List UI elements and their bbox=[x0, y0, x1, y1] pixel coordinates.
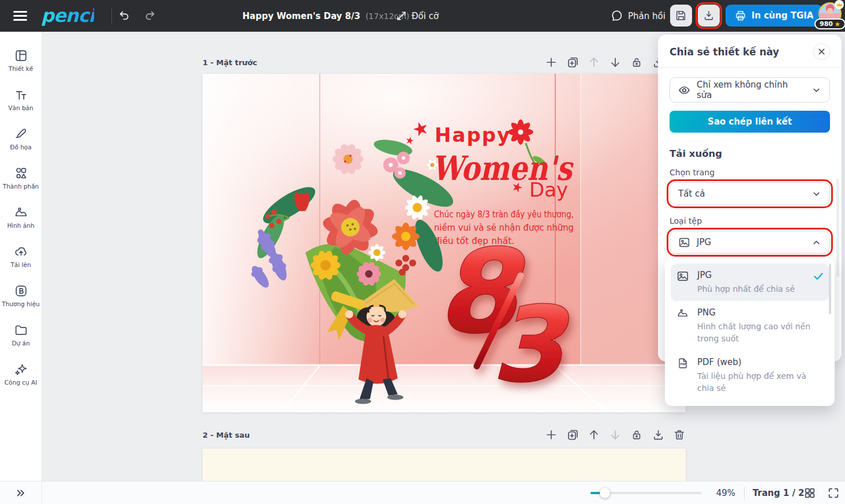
move-page-down-button[interactable] bbox=[608, 428, 622, 442]
print-with-tgia-button[interactable]: In cùng TGIA bbox=[726, 5, 822, 27]
delete-page-button[interactable] bbox=[672, 428, 686, 442]
copy-link-button[interactable]: Sao chép liên kết bbox=[670, 111, 830, 133]
zoom-percentage[interactable]: 49% bbox=[709, 488, 735, 498]
zoom-slider-handle[interactable] bbox=[600, 488, 610, 498]
zoom-slider[interactable] bbox=[590, 492, 701, 494]
fullscreen-icon bbox=[827, 487, 840, 499]
dropdown-scrollbar[interactable] bbox=[829, 264, 831, 314]
panel-scrollbar[interactable] bbox=[836, 179, 839, 277]
chevron-up-icon bbox=[812, 238, 821, 247]
file-type-select[interactable]: JPG bbox=[670, 231, 830, 254]
duplicate-icon bbox=[566, 428, 579, 442]
close-panel-button[interactable] bbox=[813, 43, 830, 60]
design-page-2[interactable] bbox=[203, 449, 686, 481]
duplicate-icon bbox=[566, 55, 579, 69]
sidebar-item-uploads[interactable]: Tải lên bbox=[0, 237, 42, 276]
sidebar-item-design[interactable]: Thiết kế bbox=[0, 41, 42, 80]
image-icon bbox=[14, 205, 28, 220]
upload-cloud-icon bbox=[14, 245, 28, 259]
brush-icon bbox=[14, 127, 28, 141]
close-icon bbox=[818, 48, 825, 55]
sidebar-item-projects[interactable]: Dự án bbox=[0, 315, 42, 355]
fullscreen-button[interactable] bbox=[827, 487, 840, 499]
undo-icon bbox=[118, 9, 131, 22]
choose-page-label: Chọn trang bbox=[670, 168, 830, 177]
divider bbox=[744, 487, 745, 499]
undo-button[interactable] bbox=[117, 8, 132, 23]
arrow-up-icon bbox=[587, 428, 601, 442]
account-avatar[interactable]: 980 bbox=[818, 2, 842, 25]
page-1-label[interactable]: 1 - Mặt trước bbox=[203, 58, 257, 67]
move-page-up-button[interactable] bbox=[587, 55, 601, 69]
check-icon bbox=[813, 270, 824, 282]
bottom-bar: 49% Trang 1 / 2 bbox=[0, 481, 845, 504]
permission-select[interactable]: Chỉ xem không chỉnh sửa bbox=[670, 77, 830, 103]
lock-page-button[interactable] bbox=[630, 55, 644, 69]
document-title[interactable]: Happy Women's Day 8/3 bbox=[242, 11, 360, 21]
menu-icon[interactable] bbox=[13, 11, 27, 21]
sidebar-item-graphics[interactable]: Đồ họa bbox=[0, 119, 42, 159]
app-window: penci Happy Women's Day 8/3 (17x12cm) Đổ… bbox=[0, 0, 845, 504]
folder-icon bbox=[14, 323, 28, 337]
redo-button[interactable] bbox=[142, 8, 157, 23]
left-sidebar: Thiết kế Văn bản Đồ họa Thành phần Hình … bbox=[0, 32, 42, 481]
design-page-1[interactable]: Happy Women's Day Chúc ngày 8/3 tràn đầy… bbox=[203, 74, 686, 412]
eye-icon bbox=[678, 84, 690, 96]
sidebar-item-images[interactable]: Hình ảnh bbox=[0, 198, 42, 237]
page-indicator[interactable]: Trang 1 / 2 bbox=[753, 488, 805, 498]
sidebar-item-brand[interactable]: Thương hiệu bbox=[0, 276, 42, 315]
sidebar-item-ai-tools[interactable]: Công cụ AI bbox=[0, 355, 42, 394]
download-icon bbox=[652, 428, 665, 442]
move-page-down-button[interactable] bbox=[608, 55, 622, 69]
grid-view-button[interactable] bbox=[803, 487, 816, 499]
file-type-dropdown: JPG Phù hợp nhất để chia sẻ PNG Hình chấ… bbox=[665, 258, 835, 406]
sidebar-item-elements[interactable]: Thành phần bbox=[0, 159, 42, 198]
choose-page-select[interactable]: Tất cả bbox=[670, 182, 830, 205]
add-page-button[interactable] bbox=[544, 428, 558, 442]
page-2-label[interactable]: 2 - Mặt sau bbox=[203, 431, 250, 439]
shapes-icon bbox=[14, 166, 28, 180]
divider bbox=[111, 7, 112, 24]
download-section-title: Tải xuống bbox=[670, 148, 830, 159]
app-logo[interactable]: penci bbox=[41, 5, 94, 27]
file-option-pdf-web[interactable]: PDF PDF (web) Tài liệu phù hợp để xem và… bbox=[671, 351, 829, 400]
pdf-icon: PDF bbox=[676, 357, 689, 370]
design-icon bbox=[14, 48, 28, 63]
file-type-label: Loại tệp bbox=[670, 216, 830, 225]
svg-text:PDF: PDF bbox=[680, 363, 686, 366]
chevrons-right-icon bbox=[15, 487, 27, 499]
file-option-png[interactable]: PNG Hình chất lượng cao với nền trong su… bbox=[671, 301, 829, 351]
arrow-down-icon bbox=[608, 428, 622, 442]
download-button[interactable] bbox=[698, 5, 720, 27]
lock-page-button[interactable] bbox=[630, 428, 644, 442]
image-file-icon bbox=[678, 236, 690, 249]
download-icon bbox=[702, 9, 715, 22]
plus-icon bbox=[544, 428, 558, 442]
redo-icon bbox=[143, 9, 156, 22]
duplicate-page-button[interactable] bbox=[566, 428, 579, 442]
svg-text:3: 3 bbox=[491, 284, 571, 405]
printer-icon bbox=[735, 10, 746, 21]
add-page-button[interactable] bbox=[544, 55, 558, 69]
png-icon bbox=[676, 307, 689, 320]
credits-badge: 980 bbox=[814, 18, 845, 29]
sparkles-icon bbox=[14, 362, 28, 377]
lock-icon bbox=[630, 428, 643, 441]
duplicate-page-button[interactable] bbox=[566, 55, 579, 69]
plus-icon bbox=[544, 55, 558, 69]
share-panel-title: Chia sẻ thiết kế này bbox=[670, 46, 779, 58]
design-message-line1: Chúc ngày 8/3 tràn đầy yêu thương, bbox=[434, 209, 574, 220]
resize-button[interactable]: Đổi cỡ bbox=[396, 0, 439, 32]
star-icon bbox=[835, 21, 840, 27]
arrow-up-icon bbox=[587, 55, 601, 69]
design-day-text: Day bbox=[529, 178, 568, 201]
lock-icon bbox=[630, 56, 643, 69]
move-page-up-button[interactable] bbox=[587, 428, 601, 442]
save-button[interactable] bbox=[670, 5, 692, 27]
sidebar-item-text[interactable]: Văn bản bbox=[0, 80, 42, 119]
chat-bubble-icon bbox=[611, 10, 623, 22]
collapse-sidebar-button[interactable] bbox=[0, 482, 42, 504]
file-option-jpg[interactable]: JPG Phù hợp nhất để chia sẻ bbox=[671, 264, 829, 301]
download-page-button[interactable] bbox=[651, 428, 665, 442]
feedback-button[interactable]: Phản hồi bbox=[611, 0, 665, 32]
